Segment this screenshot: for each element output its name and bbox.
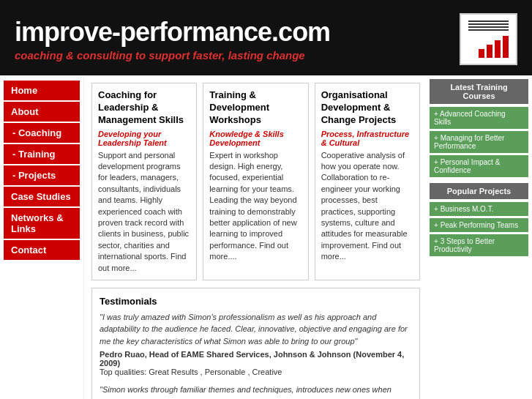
sidebar-item-training[interactable]: - Training — [4, 144, 80, 164]
od-text: Cooperative analysis of how you operate … — [321, 150, 413, 263]
logo-line-4 — [468, 29, 509, 31]
training-subtitle: Knowledge & Skills Development — [209, 130, 301, 147]
rs-item-mot[interactable]: Business M.O.T. — [430, 202, 528, 216]
bar-3 — [495, 40, 501, 58]
od-subtitle: Process, Infrastructure & Cultural — [321, 130, 413, 147]
main-layout: Home About - Coaching - Training - Proje… — [0, 75, 532, 399]
testimonials-title: Testimonials — [100, 296, 412, 307]
od-column: Organisational Development & Change Proj… — [315, 83, 420, 280]
site-header: improve-performance.com coaching & consu… — [0, 0, 532, 75]
training-text: Expert in workshop design. High energy, … — [209, 150, 301, 263]
coaching-title: Coaching for Leadership & Management Ski… — [98, 89, 190, 127]
rs-item-3-steps[interactable]: 3 Steps to Better Productivity — [430, 234, 528, 256]
bar-2 — [487, 45, 492, 58]
testimonial-quote-2: "Simon works through familiar themes and… — [100, 384, 412, 399]
site-title: improve-performance.com — [15, 17, 330, 48]
popular-projects-header: Popular Projects — [430, 183, 528, 199]
testimonial-author-1: Pedro Ruao, Head of EAME Shared Services… — [100, 350, 412, 368]
sidebar-item-contact[interactable]: Contact — [4, 240, 80, 260]
header-branding: improve-performance.com coaching & consu… — [15, 17, 330, 61]
site-tagline: coaching & consulting to support faster,… — [15, 49, 330, 61]
sidebar-item-projects[interactable]: - Projects — [4, 165, 80, 185]
od-title: Organisational Development & Change Proj… — [321, 89, 413, 127]
three-column-section: Coaching for Leadership & Management Ski… — [91, 83, 420, 280]
logo-box — [460, 13, 517, 65]
logo-line-2 — [468, 23, 509, 25]
rs-item-peak-teams[interactable]: Peak Performing Teams — [430, 218, 528, 232]
main-content-area: Coaching for Leadership & Management Ski… — [84, 75, 426, 399]
bar-chart-icon — [479, 36, 509, 58]
sidebar-item-home[interactable]: Home — [4, 81, 80, 100]
bar-4 — [503, 36, 509, 58]
training-column: Training & Development Workshops Knowled… — [203, 83, 308, 280]
sidebar: Home About - Coaching - Training - Proje… — [0, 75, 84, 399]
sidebar-item-case-studies[interactable]: Case Studies — [4, 187, 80, 206]
logo-line-1 — [468, 20, 509, 22]
logo-line-3 — [468, 26, 509, 28]
logo-lines-icon — [468, 20, 509, 31]
testimonials-section: Testimonials "I was truly amazed with Si… — [91, 288, 420, 399]
testimonial-qualities-1: Top qualities: Great Results , Personabl… — [100, 368, 412, 376]
coaching-column: Coaching for Leadership & Management Ski… — [91, 83, 197, 280]
sidebar-item-networks[interactable]: Networks & Links — [4, 208, 80, 239]
rs-item-personal-impact[interactable]: Personal Impact & Confidence — [430, 155, 528, 177]
rs-item-coaching-skills[interactable]: Advanced Coaching Skills — [430, 107, 528, 129]
coaching-subtitle: Developing your Leadership Talent — [98, 130, 190, 147]
sidebar-item-about[interactable]: About — [4, 102, 80, 122]
testimonial-quote-1: "I was truly amazed with Simon's profess… — [100, 311, 412, 348]
bar-1 — [479, 49, 484, 58]
sidebar-item-coaching[interactable]: - Coaching — [4, 123, 80, 143]
coaching-text: Support and personal development program… — [98, 150, 190, 274]
right-sidebar: Latest Training Courses Advanced Coachin… — [426, 75, 532, 399]
rs-item-managing[interactable]: Managing for Better Performance — [430, 131, 528, 153]
training-courses-header: Latest Training Courses — [430, 79, 528, 104]
training-title: Training & Development Workshops — [209, 89, 301, 127]
